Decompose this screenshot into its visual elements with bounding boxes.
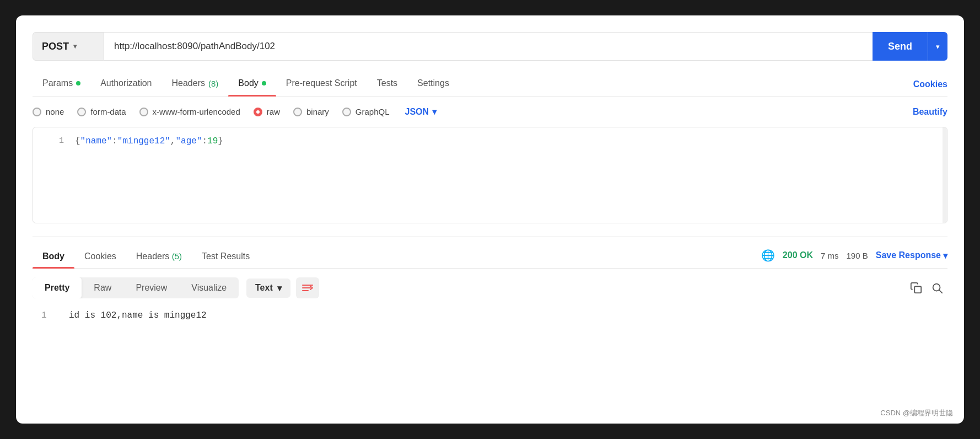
view-tab-visualize[interactable]: Visualize — [179, 277, 239, 298]
radio-raw[interactable]: raw — [254, 107, 280, 116]
tab-settings-label: Settings — [417, 78, 449, 88]
tab-params[interactable]: Params — [33, 73, 90, 96]
code-editor[interactable]: 1 {"name":"mingge12","age":19} — [33, 127, 947, 223]
text-format-dropdown[interactable]: Text ▾ — [246, 279, 290, 298]
radio-raw-circle — [254, 108, 262, 116]
radio-form-data[interactable]: form-data — [77, 107, 126, 116]
tab-body-label: Body — [238, 78, 258, 88]
request-tabs-row: Params Authorization Headers (8) Body Pr… — [33, 73, 947, 97]
copy-icon — [910, 282, 922, 294]
send-label: Send — [873, 32, 928, 61]
text-format-chevron-icon: ▾ — [277, 283, 282, 293]
response-text: id is 102,name is mingge12 — [69, 310, 207, 320]
view-tabs-row: Pretty Raw Preview Visualize Text ▾ — [33, 277, 947, 298]
radio-form-data-circle — [77, 108, 86, 116]
tab-body[interactable]: Body — [228, 73, 276, 96]
response-line-1: 1 id is 102,name is mingge12 — [41, 310, 939, 320]
radio-urlencoded-circle — [139, 108, 148, 116]
tab-authorization[interactable]: Authorization — [90, 73, 161, 96]
cookies-link[interactable]: Cookies — [913, 74, 947, 95]
search-icon — [931, 282, 943, 294]
response-meta: 🌐 200 OK 7 ms 190 B Save Response ▾ — [761, 249, 947, 266]
view-tab-preview[interactable]: Preview — [123, 277, 179, 298]
body-type-row: none form-data x-www-form-urlencoded raw… — [33, 106, 947, 117]
save-response-button[interactable]: Save Response ▾ — [876, 250, 947, 261]
main-container: POST ▾ Send ▾ Params Authorization Heade… — [16, 15, 964, 424]
radio-binary-label: binary — [306, 107, 329, 116]
view-tab-raw[interactable]: Raw — [82, 277, 123, 298]
format-dropdown-value: JSON — [405, 107, 429, 117]
tab-headers[interactable]: Headers (8) — [162, 73, 229, 96]
line-number-1: 1 — [42, 136, 64, 146]
resp-tab-headers[interactable]: Headers (5) — [126, 247, 192, 268]
response-line-number: 1 — [41, 310, 58, 320]
body-dot — [262, 81, 266, 85]
save-response-label: Save Response — [876, 250, 941, 260]
resp-tab-headers-label: Headers — [136, 251, 172, 261]
code-content-1: {"name":"mingge12","age":19} — [75, 136, 223, 146]
search-button[interactable] — [927, 277, 947, 298]
radio-none-circle — [33, 108, 41, 116]
format-dropdown[interactable]: JSON ▾ — [405, 106, 437, 117]
resp-tab-cookies[interactable]: Cookies — [74, 247, 126, 268]
code-line-1: 1 {"name":"mingge12","age":19} — [33, 136, 947, 146]
headers-count: (8) — [208, 79, 218, 88]
url-input[interactable] — [104, 32, 873, 61]
text-format-label: Text — [255, 283, 273, 293]
footer-watermark: CSDN @编程界明世隐 — [880, 408, 953, 418]
radio-urlencoded-label: x-www-form-urlencoded — [153, 107, 240, 116]
svg-line-5 — [939, 290, 942, 293]
response-output: 1 id is 102,name is mingge12 — [33, 308, 947, 323]
tab-tests[interactable]: Tests — [367, 73, 407, 96]
resp-tab-test-results-label: Test Results — [202, 251, 250, 261]
radio-none-label: none — [46, 107, 64, 116]
radio-binary[interactable]: binary — [293, 107, 329, 116]
wrap-icon — [301, 282, 314, 293]
globe-icon: 🌐 — [761, 249, 775, 262]
beautify-link[interactable]: Beautify — [913, 107, 947, 117]
editor-scrollbar[interactable] — [943, 127, 947, 223]
radio-graphql-circle — [342, 108, 351, 116]
resp-tab-body[interactable]: Body — [33, 247, 74, 268]
response-status: 200 OK — [783, 250, 813, 260]
response-tabs-row: Body Cookies Headers (5) Test Results 🌐 … — [33, 247, 947, 269]
resp-tab-body-label: Body — [42, 251, 64, 261]
method-value: POST — [42, 41, 69, 52]
radio-graphql[interactable]: GraphQL — [342, 107, 390, 116]
tab-settings[interactable]: Settings — [407, 73, 459, 96]
radio-binary-circle — [293, 108, 302, 116]
send-chevron-icon: ▾ — [928, 32, 947, 61]
tab-headers-label: Headers — [172, 78, 205, 88]
method-select[interactable]: POST ▾ — [33, 32, 104, 61]
resp-tab-cookies-label: Cookies — [84, 251, 116, 261]
tab-tests-label: Tests — [377, 78, 397, 88]
view-tab-pretty[interactable]: Pretty — [33, 277, 82, 298]
tab-params-label: Params — [42, 78, 73, 88]
tab-prerequest[interactable]: Pre-request Script — [276, 73, 367, 96]
params-dot — [76, 81, 80, 85]
response-time: 7 ms — [821, 251, 839, 260]
copy-button[interactable] — [906, 277, 927, 298]
view-tab-group: Pretty Raw Preview Visualize — [33, 277, 239, 298]
send-button[interactable]: Send ▾ — [873, 32, 947, 61]
radio-urlencoded[interactable]: x-www-form-urlencoded — [139, 107, 240, 116]
save-response-chevron-icon: ▾ — [943, 250, 947, 261]
resp-tab-test-results[interactable]: Test Results — [192, 247, 260, 268]
wrap-toggle-button[interactable] — [296, 277, 319, 298]
response-size: 190 B — [847, 251, 868, 260]
tab-authorization-label: Authorization — [100, 78, 152, 88]
radio-graphql-label: GraphQL — [356, 107, 390, 116]
method-chevron-icon: ▾ — [73, 42, 77, 50]
radio-none[interactable]: none — [33, 107, 64, 116]
url-bar: POST ▾ Send ▾ — [33, 32, 947, 61]
format-dropdown-chevron-icon: ▾ — [432, 106, 437, 117]
radio-raw-label: raw — [267, 107, 280, 116]
svg-rect-3 — [914, 286, 921, 293]
tab-prerequest-label: Pre-request Script — [286, 78, 357, 88]
radio-form-data-label: form-data — [90, 107, 126, 116]
resp-headers-count: (5) — [172, 251, 182, 261]
